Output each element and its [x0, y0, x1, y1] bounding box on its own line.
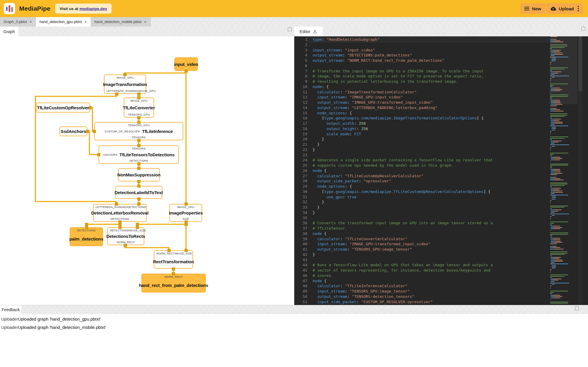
- code-line[interactable]: 2: [294, 42, 548, 48]
- node-SsdAnchors[interactable]: SsdAnchors: [59, 126, 87, 136]
- code-line[interactable]: 28 output_side_packet: "opresolver": [294, 178, 548, 184]
- code-line[interactable]: 3input_stream: "input_video": [294, 48, 548, 53]
- node-hand_rect_from_palm_detections[interactable]: NORM_RECThand_rect_from_palm_detections: [141, 274, 206, 293]
- node-TfLiteInference[interactable]: TENSORS_GPUCUSTOM_OP_RESOLVERTfLiteInfer…: [94, 122, 183, 140]
- editor-scrollbar[interactable]: [578, 36, 582, 305]
- code-line[interactable]: 22}: [294, 147, 548, 152]
- code-line[interactable]: 10node: {: [294, 84, 548, 90]
- code-line[interactable]: 38node {: [294, 231, 548, 236]
- code-line[interactable]: 31 use_gpu: true: [294, 194, 548, 200]
- scrollbar-thumb[interactable]: [579, 36, 582, 91]
- node-input_video[interactable]: input_video: [174, 57, 198, 71]
- code-line[interactable]: 27 calculator: "TfLiteCustomOpResolverCa…: [294, 173, 548, 179]
- minimap-row: [550, 100, 577, 100]
- graph-tab[interactable]: Graph: [0, 27, 18, 36]
- code-line[interactable]: 46# scores.: [294, 273, 548, 278]
- code-line[interactable]: 44# Runs a TensorFlow Lite model on GPU …: [294, 262, 548, 268]
- node-DetectionLabelIdToText[interactable]: DetectionLabelIdToText: [115, 186, 162, 199]
- minimap-row: [550, 178, 577, 179]
- minimap-row: [550, 189, 577, 190]
- code-line[interactable]: 7# Transforms the input image on GPU to …: [294, 69, 548, 74]
- code-line[interactable]: 24# Generates a single side packet conta…: [294, 157, 548, 163]
- code-line[interactable]: 12 input_stream: "IMAGE_GPU:input_video": [294, 95, 548, 100]
- code-line[interactable]: 19 scale_mode: FIT: [294, 131, 548, 137]
- node-ImageTransformation[interactable]: IMAGE_GPUImageTransformationLETTERBOX_PA…: [104, 74, 146, 94]
- code-line[interactable]: 43: [294, 257, 548, 263]
- port-label: IMAGE_GPU: [177, 205, 194, 209]
- code-line[interactable]: 42}: [294, 252, 548, 257]
- code-line[interactable]: 40 input_stream: "IMAGE_GPU:transformed_…: [294, 241, 548, 247]
- code-line[interactable]: 25# supports custom ops needed by the mo…: [294, 163, 548, 168]
- code-editor[interactable]: 1type: "HandDetectionSubgraph"23input_st…: [294, 37, 548, 304]
- node-RectTransformation[interactable]: NORM_RECTIMAGE_SIZERectTransformation: [154, 250, 193, 269]
- node-ImageProperties[interactable]: IMAGE_GPUImagePropertiesSIZE: [169, 204, 202, 222]
- code-line[interactable]: 36# Converts the transformed input image…: [294, 220, 548, 226]
- code-line[interactable]: 32 }: [294, 199, 548, 205]
- code-line[interactable]: 21 }: [294, 142, 548, 147]
- code-line[interactable]: 5output_stream: "NORM_RECT:hand_rect_fro…: [294, 58, 548, 63]
- code-line[interactable]: 29 node_options: {: [294, 184, 548, 189]
- node-body: RectTransformation: [154, 255, 192, 268]
- code-line[interactable]: 30 [type.googleapis.com/mediapipe.TfLite…: [294, 189, 548, 194]
- new-button[interactable]: New: [520, 3, 545, 14]
- line-number: 7: [294, 69, 307, 74]
- tab-close-icon[interactable]: ✕: [144, 20, 146, 24]
- code-line[interactable]: 20 }: [294, 137, 548, 142]
- code-line[interactable]: 51 input_side_packet: "CUSTOM_OP_RESOLVE…: [294, 299, 548, 305]
- code-line[interactable]: 11 calculator: "ImageTransformationCalcu…: [294, 90, 548, 95]
- code-line[interactable]: 9# resulting in potential letterboxing i…: [294, 79, 548, 84]
- file-tab[interactable]: Graph_0.pbtxt✕: [0, 17, 36, 27]
- node-NonMaxSuppression[interactable]: NonMaxSuppression: [118, 168, 160, 181]
- node-palm_detections[interactable]: DETECTIONSpalm_detections: [70, 227, 103, 246]
- code-line[interactable]: 45# vector of tensors representing, for …: [294, 268, 548, 273]
- graph-edge: [92, 108, 93, 132]
- tab-close-icon[interactable]: ✕: [29, 20, 32, 24]
- file-tab[interactable]: hand_detection_gpu.pbtxt✕: [36, 17, 91, 27]
- mediapipe-dev-link[interactable]: mediapipe.dev: [79, 7, 107, 11]
- node-TfLiteTensorsToDetections[interactable]: TENSORSANCHORSTfLiteTensorsToDetectionsD…: [99, 145, 179, 164]
- editor-minimap[interactable]: [550, 36, 577, 305]
- code-line[interactable]: 33 }: [294, 205, 548, 210]
- node-TfLiteCustomOpResolver[interactable]: TfLiteCustomOpResolver: [36, 103, 90, 113]
- code-line[interactable]: 26node {: [294, 168, 548, 173]
- code-line[interactable]: 50 output_stream: "TENSORS:detection_ten…: [294, 294, 548, 299]
- node-DetectionsToRects[interactable]: DETECTIONSIMAGE_SIZEDetectionsToRectsNOR…: [107, 227, 144, 245]
- editor-tab[interactable]: Editor: [294, 27, 323, 36]
- editor-popout-icon[interactable]: [582, 27, 585, 31]
- feedback-popout-icon[interactable]: [575, 306, 579, 310]
- code-line[interactable]: 35: [294, 215, 548, 221]
- minimap-row: [550, 95, 577, 95]
- code-line[interactable]: 34}: [294, 210, 548, 215]
- code-line[interactable]: 4output_stream: "DETECTIONS:palm_detecti…: [294, 53, 548, 58]
- code-line[interactable]: 49 input_stream: "TENSORS_GPU:image_tens…: [294, 289, 548, 294]
- upload-button[interactable]: Upload: [546, 3, 583, 14]
- download-icon[interactable]: [313, 29, 317, 34]
- minimap-row: [550, 51, 577, 52]
- code-line[interactable]: 17 output_width: 256: [294, 121, 548, 126]
- code-line[interactable]: 41 output_stream: "TENSORS_GPU:image_ten…: [294, 247, 548, 252]
- minimap-row: [550, 302, 577, 302]
- code-line[interactable]: 23: [294, 152, 548, 158]
- more-options-icon[interactable]: [578, 6, 579, 11]
- file-tab[interactable]: hand_detection_mobile.pbtxt✕: [91, 17, 151, 27]
- code-line[interactable]: 37# TfLiteTensor.: [294, 226, 548, 231]
- minimap-row: [550, 135, 577, 136]
- code-line[interactable]: 47node {: [294, 278, 548, 284]
- code-line[interactable]: 13 output_stream: "IMAGE_GPU:transformed…: [294, 100, 548, 105]
- code-line[interactable]: 6: [294, 63, 548, 69]
- graph-popout-icon[interactable]: [288, 27, 292, 31]
- code-line[interactable]: 14 output_stream: "LETTERBOX_PADDING:let…: [294, 105, 548, 111]
- node-title: TfLiteTensorsToDetections: [119, 152, 174, 157]
- code-line[interactable]: 39 calculator: "TfLiteConverterCalculato…: [294, 236, 548, 242]
- node-TfLiteConverter[interactable]: IMAGE_GPUTfLiteConverterTENSORS_GPU: [124, 98, 154, 118]
- tab-close-icon[interactable]: ✕: [84, 20, 87, 24]
- code-line[interactable]: 16 [type.googleapis.com/mediapipe.ImageT…: [294, 116, 548, 121]
- code-line[interactable]: 1type: "HandDetectionSubgraph": [294, 37, 548, 42]
- minimap-row: [550, 122, 577, 122]
- node-DetectionLetterboxRemoval[interactable]: LETTERBOX_PADDINGDETECTIONSDetectionLett…: [93, 204, 147, 222]
- code-line[interactable]: 18 output_height: 256: [294, 126, 548, 131]
- code-line[interactable]: 8# image, the scale_mode option is set t…: [294, 74, 548, 79]
- code-line[interactable]: 15 node_options: {: [294, 111, 548, 116]
- feedback-tab[interactable]: Feedback: [0, 305, 22, 314]
- code-line[interactable]: 48 calculator: "TfLiteInferenceCalculato…: [294, 283, 548, 289]
